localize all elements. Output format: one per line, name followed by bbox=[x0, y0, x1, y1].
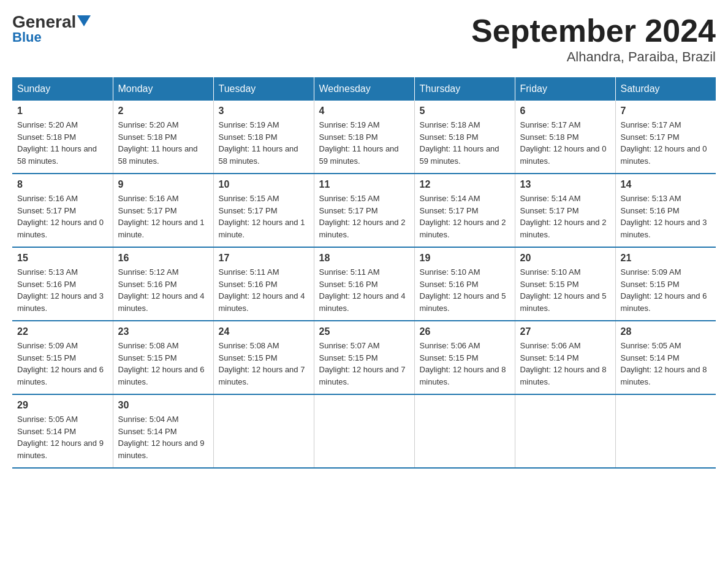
day-info: Sunrise: 5:17 AMSunset: 5:17 PMDaylight:… bbox=[621, 119, 711, 167]
day-number: 18 bbox=[319, 253, 409, 264]
day-info: Sunrise: 5:06 AMSunset: 5:15 PMDaylight:… bbox=[420, 340, 510, 388]
col-friday: Friday bbox=[515, 77, 615, 101]
col-thursday: Thursday bbox=[414, 77, 515, 101]
day-info: Sunrise: 5:16 AMSunset: 5:17 PMDaylight:… bbox=[17, 193, 108, 240]
day-number: 14 bbox=[621, 179, 711, 190]
day-number: 5 bbox=[420, 105, 510, 117]
table-cell: 22Sunrise: 5:09 AMSunset: 5:15 PMDayligh… bbox=[12, 321, 113, 394]
day-info: Sunrise: 5:12 AMSunset: 5:16 PMDaylight:… bbox=[118, 266, 208, 314]
table-cell: 21Sunrise: 5:09 AMSunset: 5:15 PMDayligh… bbox=[615, 247, 716, 321]
table-cell: 9Sunrise: 5:16 AMSunset: 5:17 PMDaylight… bbox=[113, 174, 213, 247]
day-number: 6 bbox=[520, 105, 610, 117]
day-info: Sunrise: 5:05 AMSunset: 5:14 PMDaylight:… bbox=[621, 340, 711, 388]
day-info: Sunrise: 5:14 AMSunset: 5:17 PMDaylight:… bbox=[420, 193, 510, 240]
day-info: Sunrise: 5:06 AMSunset: 5:14 PMDaylight:… bbox=[520, 340, 610, 388]
day-info: Sunrise: 5:08 AMSunset: 5:15 PMDaylight:… bbox=[118, 340, 208, 388]
table-cell: 13Sunrise: 5:14 AMSunset: 5:17 PMDayligh… bbox=[515, 174, 615, 247]
table-cell: 6Sunrise: 5:17 AMSunset: 5:18 PMDaylight… bbox=[515, 101, 615, 174]
table-cell: 11Sunrise: 5:15 AMSunset: 5:17 PMDayligh… bbox=[314, 174, 414, 247]
day-number: 28 bbox=[621, 326, 711, 337]
table-cell: 4Sunrise: 5:19 AMSunset: 5:18 PMDaylight… bbox=[314, 101, 414, 174]
day-number: 24 bbox=[219, 326, 309, 337]
table-cell: 3Sunrise: 5:19 AMSunset: 5:18 PMDaylight… bbox=[213, 101, 314, 174]
day-number: 12 bbox=[420, 179, 510, 190]
day-number: 29 bbox=[17, 400, 108, 411]
day-info: Sunrise: 5:09 AMSunset: 5:15 PMDaylight:… bbox=[621, 266, 711, 314]
table-row: 1Sunrise: 5:20 AMSunset: 5:18 PMDaylight… bbox=[12, 101, 716, 174]
header-row: Sunday Monday Tuesday Wednesday Thursday… bbox=[12, 77, 716, 101]
day-number: 19 bbox=[420, 253, 510, 264]
day-info: Sunrise: 5:11 AMSunset: 5:16 PMDaylight:… bbox=[319, 266, 409, 314]
col-tuesday: Tuesday bbox=[213, 77, 314, 101]
day-info: Sunrise: 5:08 AMSunset: 5:15 PMDaylight:… bbox=[219, 340, 309, 388]
day-number: 25 bbox=[319, 326, 409, 337]
table-cell: 20Sunrise: 5:10 AMSunset: 5:15 PMDayligh… bbox=[515, 247, 615, 321]
col-saturday: Saturday bbox=[615, 77, 716, 101]
table-cell: 10Sunrise: 5:15 AMSunset: 5:17 PMDayligh… bbox=[213, 174, 314, 247]
day-info: Sunrise: 5:17 AMSunset: 5:18 PMDaylight:… bbox=[520, 119, 610, 167]
day-number: 26 bbox=[420, 326, 510, 337]
table-cell: 27Sunrise: 5:06 AMSunset: 5:14 PMDayligh… bbox=[515, 321, 615, 394]
day-info: Sunrise: 5:09 AMSunset: 5:15 PMDaylight:… bbox=[17, 340, 108, 388]
day-info: Sunrise: 5:10 AMSunset: 5:15 PMDaylight:… bbox=[520, 266, 610, 314]
table-cell: 25Sunrise: 5:07 AMSunset: 5:15 PMDayligh… bbox=[314, 321, 414, 394]
day-info: Sunrise: 5:16 AMSunset: 5:17 PMDaylight:… bbox=[118, 193, 208, 240]
day-info: Sunrise: 5:15 AMSunset: 5:17 PMDaylight:… bbox=[319, 193, 409, 240]
table-row: 8Sunrise: 5:16 AMSunset: 5:17 PMDaylight… bbox=[12, 174, 716, 247]
table-row: 22Sunrise: 5:09 AMSunset: 5:15 PMDayligh… bbox=[12, 321, 716, 394]
day-number: 21 bbox=[621, 253, 711, 264]
day-number: 10 bbox=[219, 179, 309, 190]
day-info: Sunrise: 5:18 AMSunset: 5:18 PMDaylight:… bbox=[420, 119, 510, 167]
day-info: Sunrise: 5:13 AMSunset: 5:16 PMDaylight:… bbox=[621, 193, 711, 240]
day-number: 2 bbox=[118, 105, 208, 117]
logo: General Blue bbox=[12, 12, 91, 45]
col-sunday: Sunday bbox=[12, 77, 113, 101]
table-cell bbox=[314, 394, 414, 468]
day-number: 23 bbox=[118, 326, 208, 337]
table-row: 29Sunrise: 5:05 AMSunset: 5:14 PMDayligh… bbox=[12, 394, 716, 468]
day-number: 11 bbox=[319, 179, 409, 190]
day-number: 1 bbox=[17, 105, 108, 117]
table-cell: 17Sunrise: 5:11 AMSunset: 5:16 PMDayligh… bbox=[213, 247, 314, 321]
table-cell: 12Sunrise: 5:14 AMSunset: 5:17 PMDayligh… bbox=[414, 174, 515, 247]
table-cell bbox=[414, 394, 515, 468]
col-wednesday: Wednesday bbox=[314, 77, 414, 101]
table-cell: 19Sunrise: 5:10 AMSunset: 5:16 PMDayligh… bbox=[414, 247, 515, 321]
day-number: 22 bbox=[17, 326, 108, 337]
day-number: 8 bbox=[17, 179, 108, 190]
day-number: 13 bbox=[520, 179, 610, 190]
day-number: 15 bbox=[17, 253, 108, 264]
table-cell: 5Sunrise: 5:18 AMSunset: 5:18 PMDaylight… bbox=[414, 101, 515, 174]
day-number: 17 bbox=[219, 253, 309, 264]
table-cell: 2Sunrise: 5:20 AMSunset: 5:18 PMDaylight… bbox=[113, 101, 213, 174]
table-cell: 14Sunrise: 5:13 AMSunset: 5:16 PMDayligh… bbox=[615, 174, 716, 247]
day-info: Sunrise: 5:19 AMSunset: 5:18 PMDaylight:… bbox=[319, 119, 409, 167]
day-info: Sunrise: 5:10 AMSunset: 5:16 PMDaylight:… bbox=[420, 266, 510, 314]
day-info: Sunrise: 5:04 AMSunset: 5:14 PMDaylight:… bbox=[118, 413, 208, 461]
day-number: 27 bbox=[520, 326, 610, 337]
day-number: 16 bbox=[118, 253, 208, 264]
table-cell: 16Sunrise: 5:12 AMSunset: 5:16 PMDayligh… bbox=[113, 247, 213, 321]
table-cell: 15Sunrise: 5:13 AMSunset: 5:16 PMDayligh… bbox=[12, 247, 113, 321]
table-cell: 23Sunrise: 5:08 AMSunset: 5:15 PMDayligh… bbox=[113, 321, 213, 394]
table-cell bbox=[213, 394, 314, 468]
day-number: 7 bbox=[621, 105, 711, 117]
table-cell: 8Sunrise: 5:16 AMSunset: 5:17 PMDaylight… bbox=[12, 174, 113, 247]
calendar-table: Sunday Monday Tuesday Wednesday Thursday… bbox=[12, 77, 716, 469]
day-number: 30 bbox=[118, 400, 208, 411]
table-cell: 29Sunrise: 5:05 AMSunset: 5:14 PMDayligh… bbox=[12, 394, 113, 468]
day-info: Sunrise: 5:14 AMSunset: 5:17 PMDaylight:… bbox=[520, 193, 610, 240]
col-monday: Monday bbox=[113, 77, 213, 101]
day-info: Sunrise: 5:11 AMSunset: 5:16 PMDaylight:… bbox=[219, 266, 309, 314]
day-number: 20 bbox=[520, 253, 610, 264]
month-title: September 2024 bbox=[471, 12, 716, 49]
day-info: Sunrise: 5:20 AMSunset: 5:18 PMDaylight:… bbox=[118, 119, 208, 167]
day-number: 9 bbox=[118, 179, 208, 190]
location: Alhandra, Paraiba, Brazil bbox=[471, 49, 716, 65]
title-block: September 2024 Alhandra, Paraiba, Brazil bbox=[471, 12, 716, 65]
day-info: Sunrise: 5:05 AMSunset: 5:14 PMDaylight:… bbox=[17, 413, 108, 461]
logo-text-blue: Blue bbox=[12, 29, 42, 45]
day-info: Sunrise: 5:19 AMSunset: 5:18 PMDaylight:… bbox=[219, 119, 309, 167]
svg-marker-0 bbox=[77, 15, 91, 26]
page-header: General Blue September 2024 Alhandra, Pa… bbox=[12, 12, 716, 65]
